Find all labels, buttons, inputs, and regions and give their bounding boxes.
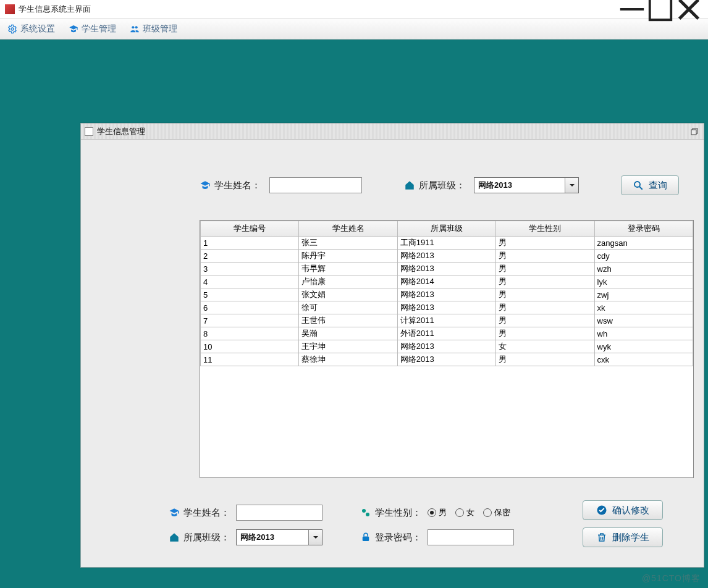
table-row[interactable]: 6徐可网络2013男xk — [201, 301, 693, 314]
table-cell: 男 — [496, 288, 594, 301]
table-cell: 网络2014 — [397, 275, 495, 288]
table-cell: 10 — [201, 340, 299, 353]
svg-point-6 — [135, 26, 138, 28]
table-cell: 8 — [201, 327, 299, 340]
close-button[interactable] — [675, 0, 703, 19]
search-icon — [633, 180, 644, 191]
table-cell: zangsan — [594, 237, 693, 250]
table-cell: 网络2013 — [397, 340, 495, 353]
table-cell: 韦早辉 — [299, 262, 397, 275]
edit-name-input[interactable] — [236, 505, 322, 521]
search-button[interactable]: 查询 — [621, 175, 679, 195]
watermark: @51CTO博客 — [642, 573, 701, 584]
table-cell: 6 — [201, 301, 299, 314]
search-bar: 学生姓名： 所属班级： 网络2013 查询 — [200, 175, 690, 195]
menu-system-settings[interactable]: 系统设置 — [5, 22, 57, 36]
menu-label: 学生管理 — [82, 23, 116, 35]
radio-label: 女 — [466, 507, 474, 518]
table-cell: 网络2013 — [397, 288, 495, 301]
table-row[interactable]: 7王世伟计算2011男wsw — [201, 314, 693, 327]
gender-radio-option[interactable]: 女 — [455, 507, 474, 518]
table-cell: 7 — [201, 314, 299, 327]
select-value: 网络2013 — [474, 178, 565, 193]
table-header[interactable]: 学生姓名 — [299, 221, 397, 237]
chevron-down-icon[interactable] — [308, 530, 322, 545]
menu-bar: 系统设置 学生管理 班级管理 — [0, 19, 708, 40]
button-label: 查询 — [649, 180, 667, 191]
table-row[interactable]: 2陈丹宇网络2013男cdy — [201, 250, 693, 262]
table-row[interactable]: 8吴瀚外语2011男wh — [201, 327, 693, 340]
menu-class-management[interactable]: 班级管理 — [127, 22, 180, 36]
edit-class-select[interactable]: 网络2013 — [236, 529, 322, 545]
table-row[interactable]: 3韦早辉网络2013男wzh — [201, 262, 693, 275]
table-cell: 男 — [496, 327, 594, 340]
search-class-select[interactable]: 网络2013 — [474, 177, 579, 193]
internal-restore-button[interactable] — [689, 126, 700, 137]
table-cell: 11 — [201, 353, 299, 366]
table-row[interactable]: 10王宇坤网络2013女wyk — [201, 340, 693, 353]
svg-point-11 — [362, 509, 366, 513]
edit-gender-label: 学生性别： — [360, 507, 421, 519]
students-table-container[interactable]: 学生编号学生姓名所属班级学生性别登录密码 1张三工商1911男zangsan2陈… — [200, 220, 694, 478]
chevron-down-icon[interactable] — [565, 178, 578, 193]
mdi-client-area: 学生信息管理 学生姓名： 所属班级： 网络2013 — [0, 40, 708, 588]
edit-password-label: 登录密码： — [360, 532, 421, 544]
table-cell: 3 — [201, 262, 299, 275]
table-cell: 徐可 — [299, 301, 397, 314]
menu-student-management[interactable]: 学生管理 — [66, 22, 119, 36]
table-header[interactable]: 所属班级 — [397, 221, 495, 237]
maximize-button[interactable] — [646, 0, 675, 19]
gender-radio-option[interactable]: 保密 — [483, 507, 510, 518]
gender-radio-option[interactable]: 男 — [428, 507, 447, 518]
home-icon — [169, 532, 180, 543]
table-cell: 男 — [496, 250, 594, 262]
table-cell: wsw — [594, 314, 693, 327]
gender-radio-group: 男女保密 — [428, 507, 510, 518]
table-row[interactable]: 5张文娟网络2013男zwj — [201, 288, 693, 301]
table-row[interactable]: 11蔡徐坤网络2013男cxk — [201, 353, 693, 366]
radio-icon — [455, 508, 464, 517]
confirm-edit-button[interactable]: 确认修改 — [583, 500, 663, 520]
table-cell: 计算2011 — [397, 314, 495, 327]
search-name-input[interactable] — [269, 177, 362, 193]
student-icon — [169, 507, 180, 518]
table-header[interactable]: 登录密码 — [594, 221, 693, 237]
table-cell: 张文娟 — [299, 288, 397, 301]
edit-password-input[interactable] — [428, 529, 514, 545]
table-cell: wzh — [594, 262, 693, 275]
button-label: 删除学生 — [612, 532, 649, 544]
lock-icon — [360, 532, 371, 543]
app-icon — [5, 4, 15, 14]
svg-rect-13 — [363, 537, 369, 542]
radio-label: 保密 — [494, 507, 510, 518]
table-header[interactable]: 学生编号 — [201, 221, 299, 237]
group-icon — [130, 24, 140, 34]
home-icon — [404, 180, 415, 191]
window-titlebar: 学生信息系统主界面 — [0, 0, 708, 19]
table-row[interactable]: 4卢怡康网络2014男lyk — [201, 275, 693, 288]
minimize-button[interactable] — [618, 0, 646, 19]
table-cell: 网络2013 — [397, 301, 495, 314]
svg-point-12 — [366, 513, 369, 516]
table-cell: 吴瀚 — [299, 327, 397, 340]
table-cell: 4 — [201, 275, 299, 288]
gear-icon — [7, 24, 17, 34]
trash-icon — [596, 532, 607, 543]
button-label: 确认修改 — [612, 505, 649, 516]
table-cell: xk — [594, 301, 693, 314]
table-cell: 卢怡康 — [299, 275, 397, 288]
table-cell: 男 — [496, 301, 594, 314]
edit-name-label: 学生姓名： — [169, 507, 230, 519]
svg-rect-8 — [691, 130, 696, 135]
table-cell: cxk — [594, 353, 693, 366]
table-cell: 网络2013 — [397, 353, 495, 366]
table-cell: 网络2013 — [397, 262, 495, 275]
gender-icon — [360, 507, 371, 518]
window-title: 学生信息系统主界面 — [19, 4, 618, 15]
table-row[interactable]: 1张三工商1911男zangsan — [201, 237, 693, 250]
internal-window-icon — [85, 127, 93, 136]
internal-window-titlebar[interactable]: 学生信息管理 — [81, 124, 704, 140]
table-header[interactable]: 学生性别 — [496, 221, 594, 237]
table-cell: 5 — [201, 288, 299, 301]
delete-student-button[interactable]: 删除学生 — [583, 527, 663, 547]
